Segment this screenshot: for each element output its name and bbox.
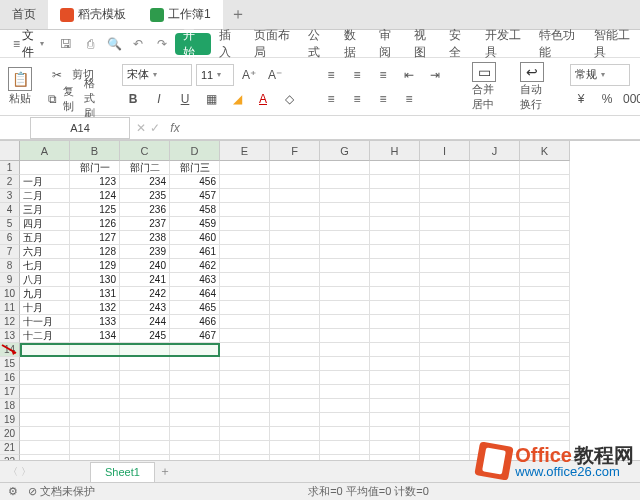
cell[interactable]	[520, 189, 570, 203]
cell[interactable]	[20, 427, 70, 441]
row-headers[interactable]: 1234567891011121314151617181920212223	[0, 161, 20, 460]
cell[interactable]	[270, 385, 320, 399]
cell[interactable]	[220, 343, 270, 357]
cell[interactable]	[170, 371, 220, 385]
cell[interactable]	[320, 427, 370, 441]
cell[interactable]	[520, 245, 570, 259]
cell[interactable]	[370, 329, 420, 343]
fx-icon[interactable]: fx	[166, 121, 184, 135]
cell[interactable]	[520, 427, 570, 441]
cell[interactable]	[270, 357, 320, 371]
cell[interactable]	[220, 329, 270, 343]
cell[interactable]: 五月	[20, 231, 70, 245]
cell[interactable]: 一月	[20, 175, 70, 189]
preview-icon[interactable]: 🔍	[105, 37, 123, 51]
cell[interactable]	[470, 399, 520, 413]
cell[interactable]	[420, 357, 470, 371]
cell[interactable]	[520, 273, 570, 287]
currency-icon[interactable]: ¥	[570, 88, 592, 110]
percent-icon[interactable]: %	[596, 88, 618, 110]
menu-smart[interactable]: 智能工具	[586, 30, 640, 58]
cell[interactable]: 部门三	[170, 161, 220, 175]
cell[interactable]	[170, 399, 220, 413]
font-size-select[interactable]: 11▾	[196, 64, 234, 86]
cell[interactable]	[270, 371, 320, 385]
cancel-icon[interactable]: ✕	[136, 121, 146, 135]
cell[interactable]	[370, 231, 420, 245]
cell[interactable]	[470, 245, 520, 259]
cell[interactable]	[220, 273, 270, 287]
cell[interactable]	[320, 301, 370, 315]
cell[interactable]: 部门一	[70, 161, 120, 175]
cell[interactable]: 126	[70, 217, 120, 231]
cell[interactable]	[370, 189, 420, 203]
cell[interactable]	[420, 175, 470, 189]
cell[interactable]	[370, 427, 420, 441]
cell[interactable]	[120, 413, 170, 427]
cell[interactable]	[70, 385, 120, 399]
row-20[interactable]: 20	[0, 427, 20, 441]
cell[interactable]	[220, 245, 270, 259]
col-F[interactable]: F	[270, 141, 320, 161]
col-A[interactable]: A	[20, 141, 70, 161]
cell[interactable]	[170, 343, 220, 357]
cell[interactable]	[420, 413, 470, 427]
cell[interactable]	[370, 259, 420, 273]
cell[interactable]: 123	[70, 175, 120, 189]
cell[interactable]	[270, 273, 320, 287]
decrease-font-icon[interactable]: A⁻	[264, 64, 286, 86]
cell[interactable]	[370, 245, 420, 259]
cell[interactable]	[270, 315, 320, 329]
cell[interactable]	[70, 357, 120, 371]
cell[interactable]: 456	[170, 175, 220, 189]
cell[interactable]	[370, 343, 420, 357]
cell[interactable]	[20, 399, 70, 413]
menu-start[interactable]: 开始	[175, 33, 210, 55]
underline-button[interactable]: U	[174, 88, 196, 110]
clear-format-button[interactable]: ◇	[278, 88, 300, 110]
cell[interactable]	[320, 161, 370, 175]
bold-button[interactable]: B	[122, 88, 144, 110]
cell[interactable]	[220, 399, 270, 413]
cell[interactable]	[420, 385, 470, 399]
cell[interactable]: 241	[120, 273, 170, 287]
paste-button[interactable]: 📋 粘贴	[2, 62, 38, 112]
formula-input[interactable]	[184, 118, 640, 138]
cell[interactable]: 十一月	[20, 315, 70, 329]
menu-dev[interactable]: 开发工具	[477, 30, 532, 58]
cell[interactable]	[470, 413, 520, 427]
cell[interactable]	[270, 259, 320, 273]
cell[interactable]	[370, 413, 420, 427]
cell[interactable]	[170, 357, 220, 371]
cell[interactable]	[270, 329, 320, 343]
cell[interactable]: 131	[70, 287, 120, 301]
cell[interactable]	[470, 427, 520, 441]
cell[interactable]	[220, 441, 270, 455]
add-sheet-button[interactable]: ＋	[155, 463, 175, 480]
cell[interactable]	[320, 343, 370, 357]
cell[interactable]	[220, 427, 270, 441]
cell[interactable]	[170, 413, 220, 427]
align-bottom-icon[interactable]: ≡	[372, 64, 394, 86]
col-D[interactable]: D	[170, 141, 220, 161]
comma-icon[interactable]: 000	[622, 88, 640, 110]
cell[interactable]	[320, 231, 370, 245]
cell[interactable]	[320, 413, 370, 427]
cell[interactable]	[470, 175, 520, 189]
cell[interactable]	[120, 371, 170, 385]
cell[interactable]	[520, 217, 570, 231]
select-all-corner[interactable]	[0, 141, 20, 161]
cell[interactable]: 七月	[20, 259, 70, 273]
copy-label[interactable]: 复制	[63, 84, 75, 114]
cell[interactable]	[420, 203, 470, 217]
cell[interactable]	[520, 259, 570, 273]
cell[interactable]: 245	[120, 329, 170, 343]
cell[interactable]	[370, 357, 420, 371]
cell[interactable]	[370, 287, 420, 301]
cell[interactable]	[470, 357, 520, 371]
cell[interactable]	[170, 427, 220, 441]
cell[interactable]	[20, 161, 70, 175]
align-left-icon[interactable]: ≡	[320, 88, 342, 110]
copy-icon[interactable]: ⧉	[46, 88, 59, 110]
cell[interactable]: 463	[170, 273, 220, 287]
